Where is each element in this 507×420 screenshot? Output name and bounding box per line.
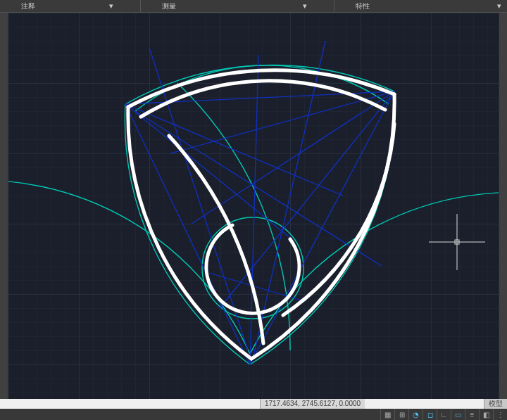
- ribbon-group-label: 注释: [0, 1, 56, 11]
- status-toggle-transparency-icon[interactable]: ◧: [479, 409, 493, 420]
- ribbon-group-annotate: 注释 ▾: [0, 0, 141, 12]
- ribbon-groups: 注释 ▾ 测量 ▾ 特性 ▾: [0, 0, 507, 13]
- status-toggle-grid-icon[interactable]: ▦: [380, 409, 394, 420]
- left-panel-collapsed[interactable]: [0, 13, 8, 399]
- status-toggle-snap-icon[interactable]: ⊞: [394, 409, 408, 420]
- status-toggle-lineweight-icon[interactable]: ≡: [465, 409, 479, 420]
- ribbon-group-label: 特性: [334, 1, 391, 11]
- chevron-down-icon[interactable]: ▾: [109, 1, 113, 11]
- command-strip: 1717.4634, 2745.6127, 0.0000 模型: [0, 399, 507, 409]
- status-toggle-ortho-icon[interactable]: ∟: [437, 409, 451, 420]
- right-panel-collapsed[interactable]: [499, 13, 507, 399]
- ribbon-group-label: 测量: [141, 1, 197, 11]
- status-toggle-dyn-icon[interactable]: ▭: [451, 409, 465, 420]
- chevron-down-icon[interactable]: ▾: [303, 1, 307, 11]
- model-tab[interactable]: 模型: [484, 399, 507, 409]
- drawing-canvas[interactable]: [8, 13, 499, 399]
- ribbon-group-properties: 特性 ▾: [334, 0, 507, 12]
- chevron-down-icon[interactable]: ▾: [497, 1, 501, 11]
- status-bar: ▦ ⊞ ◔ ◻ ∟ ▭ ≡ ◧ ⋮: [0, 409, 507, 420]
- status-toggle-polar-icon[interactable]: ◔: [408, 409, 423, 420]
- ribbon-group-measure: 测量 ▾: [141, 0, 334, 12]
- coordinate-readout: 1717.4634, 2745.6127, 0.0000: [260, 399, 365, 409]
- canvas-svg: [8, 13, 499, 399]
- command-input[interactable]: [0, 399, 141, 409]
- status-menu-icon[interactable]: ⋮: [493, 409, 507, 420]
- status-toggle-osnap-icon[interactable]: ◻: [423, 409, 437, 420]
